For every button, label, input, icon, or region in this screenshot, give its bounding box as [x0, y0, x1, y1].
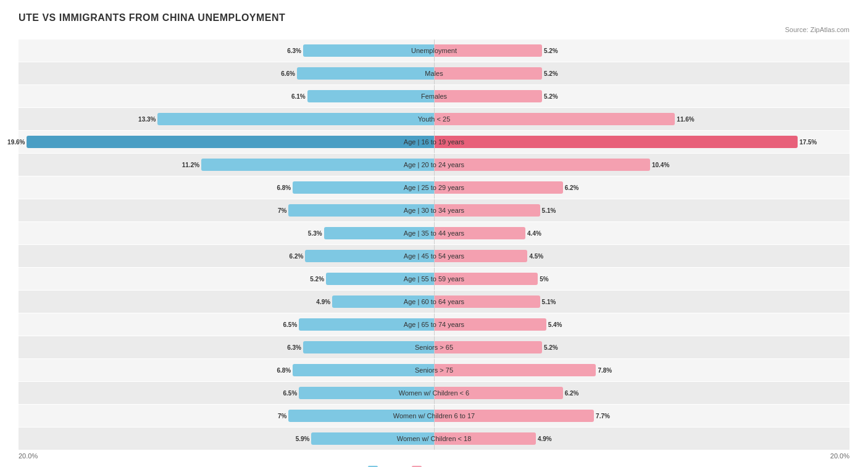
bar-right-value: 4.4% [525, 230, 541, 237]
bar-left-value: 6.1% [291, 93, 307, 100]
bar-left-value: 7% [278, 207, 288, 214]
chart-row: 6.8%6.2%Age | 25 to 29 years [19, 176, 849, 199]
bar-left-value: 6.8% [277, 184, 293, 191]
bar-left-value: 6.3% [287, 48, 303, 54]
chart-row: 5.2%5%Age | 55 to 59 years [19, 268, 849, 290]
bar-right-value: 4.5% [527, 253, 543, 260]
bar-right-value: 10.4% [650, 162, 669, 168]
bar-left-value: 5.3% [308, 230, 324, 237]
chart-title: UTE VS IMMIGRANTS FROM CHINA UNEMPLOYMEN… [19, 12, 849, 23]
source-label: Source: ZipAtlas.com [19, 26, 849, 33]
bar-left-value: 6.6% [281, 70, 297, 77]
bar-right-value: 5.1% [540, 299, 556, 305]
bar-left-value: 5.9% [296, 436, 312, 442]
bar-right-value: 7.7% [594, 413, 610, 419]
chart-row: 6.3%5.2%Seniors > 65 [19, 336, 849, 358]
chart-row: 6.5%5.4%Age | 65 to 74 years [19, 313, 849, 336]
chart-container: 6.3%5.2%Unemployment6.6%5.2%Males6.1%5.2… [19, 39, 849, 450]
bar-right-value: 6.2% [563, 184, 579, 191]
bar-left-value: 6.5% [283, 390, 299, 397]
chart-row: 6.8%7.8%Seniors > 75 [19, 359, 849, 381]
bar-right-value: 5.2% [542, 48, 558, 54]
chart-row: 6.5%6.2%Women w/ Children < 6 [19, 382, 849, 404]
chart-row: 4.9%5.1%Age | 60 to 64 years [19, 291, 849, 313]
chart-row: 7%7.7%Women w/ Children 6 to 17 [19, 405, 849, 427]
chart-row: 6.3%5.2%Unemployment [19, 39, 849, 62]
chart-row: 5.9%4.9%Women w/ Children < 18 [19, 428, 849, 450]
chart-row: 6.6%5.2%Males [19, 62, 849, 85]
bar-left-value: 6.5% [283, 321, 299, 328]
axis-left-label: 20.0% [19, 452, 38, 460]
chart-row: 13.3%11.6%Youth < 25 [19, 108, 849, 130]
bar-right-value: 5.4% [546, 321, 562, 328]
bar-left-value: 7% [278, 413, 288, 419]
bar-left-value: 19.6% [7, 139, 27, 146]
axis-right-label: 20.0% [830, 452, 849, 460]
bar-left-value: 5.2% [310, 276, 326, 283]
bar-left-value: 13.3% [138, 116, 157, 123]
chart-row: 7%5.1%Age | 30 to 34 years [19, 199, 849, 221]
chart-row: 5.3%4.4%Age | 35 to 44 years [19, 222, 849, 244]
bar-right-value: 7.8% [596, 367, 612, 374]
bar-right-value: 4.9% [536, 436, 552, 442]
chart-row: 6.1%5.2%Females [19, 85, 849, 107]
bar-left-value: 11.2% [182, 162, 201, 168]
bar-right-value: 5.2% [542, 70, 558, 77]
bar-left-value: 4.9% [316, 299, 332, 305]
bar-right-value: 5.2% [542, 93, 558, 100]
chart-row: 11.2%10.4%Age | 20 to 24 years [19, 154, 849, 176]
axis-labels: 20.0% 20.0% [19, 452, 849, 460]
bar-right-value: 5.2% [542, 344, 558, 351]
chart-row: 6.2%4.5%Age | 45 to 54 years [19, 245, 849, 267]
bar-left-value: 6.2% [290, 253, 306, 260]
bar-right-value: 6.2% [563, 390, 579, 397]
bar-right-value: 5.1% [540, 207, 556, 214]
bar-left-value: 6.3% [287, 344, 303, 351]
bar-right-value: 17.5% [798, 139, 817, 146]
bar-right-value: 11.6% [675, 116, 694, 123]
bar-left-value: 6.8% [277, 367, 293, 374]
chart-row: 19.6%17.5%Age | 16 to 19 years [19, 131, 849, 153]
bar-right-value: 5% [538, 276, 548, 283]
